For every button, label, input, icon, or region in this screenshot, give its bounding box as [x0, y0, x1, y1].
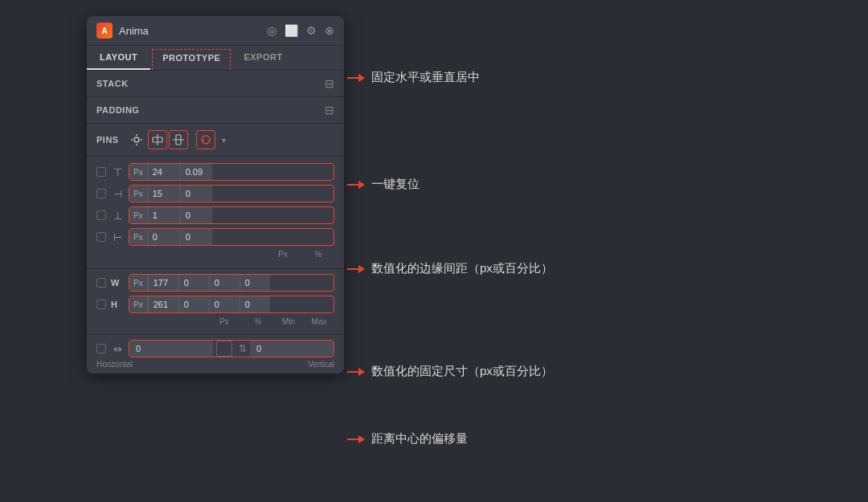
tab-layout[interactable]: LAYOUT: [87, 46, 150, 70]
margin-left-px-input[interactable]: [148, 229, 180, 245]
margin-right-pct-input[interactable]: [180, 186, 212, 202]
height-px-input[interactable]: [148, 296, 178, 312]
pin-center-v-icon[interactable]: [169, 130, 188, 149]
height-min-input[interactable]: [209, 296, 240, 312]
margin-left-unit: Px: [129, 229, 148, 245]
margin-top-row: ⊤ Px: [96, 163, 334, 181]
margin-bottom-px-input[interactable]: [148, 207, 180, 223]
panel-header: A Anima ◎ ⬜ ⚙ ⊗: [87, 16, 344, 46]
margin-top-fields: Px: [129, 163, 334, 181]
anima-title: Anima: [119, 25, 149, 37]
padding-label: PADDING: [96, 105, 139, 115]
margin-right-row: ⊣ Px: [96, 185, 334, 202]
margin-top-unit: Px: [129, 164, 148, 180]
arrow-1: [347, 74, 365, 82]
annotation-1: 固定水平或垂直居中: [347, 70, 480, 85]
height-unit: Px: [129, 296, 148, 312]
px-unit-label: Px: [267, 250, 299, 259]
svg-point-4: [141, 139, 142, 141]
margin-bottom-fields: Px: [129, 206, 334, 224]
pin-center-h-icon[interactable]: [148, 130, 167, 149]
offset-row: ⇔ ⇅: [96, 340, 334, 357]
offset-vertical-input[interactable]: [250, 341, 334, 357]
width-px-input[interactable]: [148, 275, 178, 291]
tab-prototype[interactable]: PRoTOTYPE: [152, 49, 231, 70]
stack-label: STACK: [96, 79, 129, 88]
margin-right-px-input[interactable]: [148, 186, 180, 202]
pct-unit-label: %: [302, 250, 334, 259]
margin-bottom-icon: ⊥: [111, 210, 124, 222]
margin-top-px-input[interactable]: [148, 164, 180, 180]
offset-labels-row: Horizontal Vertical: [96, 360, 334, 369]
width-checkbox[interactable]: [96, 278, 106, 288]
offset-center-marker: [216, 341, 232, 357]
width-min-input[interactable]: [209, 275, 240, 291]
svg-point-0: [134, 137, 139, 142]
tab-bar: LAYOUT PRoTOTYPE EXPORT: [87, 46, 344, 71]
height-pct-input[interactable]: [178, 296, 209, 312]
vertical-label: Vertical: [308, 360, 334, 369]
size-max-label: Max: [304, 317, 334, 326]
unit-labels-margin: Px %: [96, 250, 334, 259]
margin-top-pct-input[interactable]: [180, 164, 212, 180]
width-fields: Px: [129, 274, 334, 292]
arrow-2: [347, 181, 365, 189]
height-fields: Px: [129, 296, 334, 313]
size-pct-label: %: [243, 317, 273, 326]
height-row: H Px: [96, 296, 334, 313]
padding-icon[interactable]: ⊟: [325, 104, 334, 116]
anima-panel: A Anima ◎ ⬜ ⚙ ⊗ LAYOUT PRoTOTYPE EXPORT …: [87, 16, 344, 373]
horizontal-label: Horizontal: [96, 360, 133, 369]
size-inputs: W Px H Px Px % Min Max: [87, 269, 344, 335]
margin-left-checkbox[interactable]: [96, 232, 106, 242]
offset-checkbox[interactable]: [96, 344, 106, 353]
svg-point-1: [136, 134, 137, 136]
tab-export[interactable]: EXPORT: [231, 46, 295, 70]
arrow-shaft-4: [347, 371, 358, 373]
width-max-input[interactable]: [240, 275, 270, 291]
target-icon[interactable]: ◎: [267, 24, 276, 37]
annotation-text-1: 固定水平或垂直居中: [371, 70, 480, 85]
gear-icon[interactable]: ⚙: [306, 24, 317, 37]
margin-right-fields: Px: [129, 185, 334, 202]
size-min-label: Min: [273, 317, 304, 326]
offset-horizontal-input[interactable]: [129, 341, 213, 357]
margin-right-checkbox[interactable]: [96, 189, 106, 198]
height-label: H: [111, 300, 124, 309]
margin-right-icon: ⊣: [111, 188, 124, 200]
pin-settings-icon[interactable]: [127, 130, 146, 149]
annotation-2: 一键复位: [347, 177, 420, 192]
arrow-head-5: [358, 435, 365, 443]
height-checkbox[interactable]: [96, 300, 106, 309]
size-unit-labels: Px % Min Max: [96, 317, 334, 326]
arrow-4: [347, 368, 365, 376]
columns-icon[interactable]: ⬜: [285, 24, 298, 37]
pin-chevron-icon[interactable]: ▾: [222, 136, 226, 145]
anima-logo: A: [96, 22, 113, 39]
svg-point-2: [136, 144, 137, 145]
margin-left-row: ⊢ Px: [96, 228, 334, 246]
svg-point-3: [131, 139, 133, 141]
offset-section: ⇔ ⇅ Horizontal Vertical: [87, 335, 344, 373]
margin-bottom-pct-input[interactable]: [180, 207, 212, 223]
margin-bottom-checkbox[interactable]: [96, 210, 106, 220]
pins-label: PINS: [96, 135, 119, 145]
stack-icon[interactable]: ⊟: [325, 77, 334, 90]
width-pct-input[interactable]: [178, 275, 209, 291]
height-max-input[interactable]: [240, 296, 270, 312]
width-unit: Px: [129, 275, 148, 291]
width-row: W Px: [96, 274, 334, 292]
margin-top-checkbox[interactable]: [96, 167, 106, 177]
margin-bottom-row: ⊥ Px: [96, 206, 334, 224]
arrow-3: [347, 265, 365, 273]
close-icon[interactable]: ⊗: [325, 24, 334, 37]
padding-row: PADDING ⊟: [87, 97, 344, 123]
pins-row: PINS: [87, 124, 344, 157]
pin-icons: [127, 130, 188, 149]
section-stack: STACK ⊟: [87, 71, 344, 97]
arrow-head-1: [358, 74, 365, 82]
margin-inputs: ⊤ Px ⊣ Px ⊥ Px: [87, 157, 344, 269]
pin-reset-button[interactable]: [196, 130, 215, 149]
margin-right-unit: Px: [129, 186, 148, 202]
margin-left-pct-input[interactable]: [180, 229, 212, 245]
